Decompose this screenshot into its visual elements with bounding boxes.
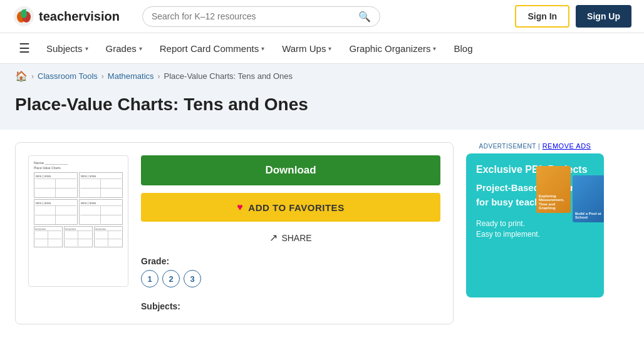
ad-books: Exploring Measurement, Time and Graphing… <box>536 166 604 222</box>
search-bar: 🔍 <box>142 6 380 27</box>
breadcrumb-separator: › <box>101 72 104 81</box>
header-actions: Sign In Sign Up <box>515 5 631 28</box>
chevron-down-icon: ▾ <box>261 45 264 52</box>
ad-book-2: Build a Pool at School <box>573 175 604 222</box>
share-button[interactable]: ↗ SHARE <box>141 229 440 246</box>
breadcrumb: 🏠 › Classroom Tools › Mathematics › Plac… <box>0 64 644 88</box>
breadcrumb-mathematics-link[interactable]: Mathematics <box>108 71 154 81</box>
chevron-down-icon: ▾ <box>433 45 436 52</box>
logo-text: teachervision <box>39 9 120 24</box>
chevron-down-icon: ▾ <box>139 45 142 52</box>
grade-label: Grade: <box>141 256 440 266</box>
grade-badge-2[interactable]: 2 <box>162 270 180 287</box>
breadcrumb-home-link[interactable]: 🏠 <box>15 70 28 82</box>
ad-book-1: Exploring Measurement, Time and Graphing <box>536 166 571 213</box>
search-input[interactable] <box>152 11 358 21</box>
page-title-area: Place-Value Charts: Tens and Ones <box>0 88 644 130</box>
resource-actions: Download ♥ ADD TO FAVORITES ↗ SHARE Grad… <box>141 155 440 311</box>
chevron-down-icon: ▾ <box>328 45 331 52</box>
heart-icon: ♥ <box>237 202 243 213</box>
subjects-label: Subjects: <box>141 301 440 311</box>
download-button[interactable]: Download <box>141 155 440 185</box>
remove-ads-link[interactable]: REMOVE ADS <box>543 142 591 150</box>
nav-item-blog[interactable]: Blog <box>446 34 480 63</box>
search-button[interactable]: 🔍 <box>358 11 371 23</box>
main-content: Name ___________ Place-Value Charts tens… <box>0 130 644 337</box>
signin-button[interactable]: Sign In <box>515 5 569 28</box>
nav-item-grades[interactable]: Grades ▾ <box>98 34 150 63</box>
advertisement-label: ADVERTISEMENT | REMOVE ADS <box>466 142 604 150</box>
header: teachervision 🔍 Sign In Sign Up <box>0 0 644 33</box>
add-to-favorites-button[interactable]: ♥ ADD TO FAVORITES <box>141 193 440 222</box>
grade-badge-3[interactable]: 3 <box>184 270 201 287</box>
hamburger-menu-button[interactable]: ☰ <box>13 33 36 63</box>
ad-desc-line2: Easy to implement. <box>476 229 594 240</box>
breadcrumb-separator: › <box>158 72 160 81</box>
signup-button[interactable]: Sign Up <box>576 5 631 28</box>
breadcrumb-current-page: Place-Value Charts: Tens and Ones <box>164 71 293 81</box>
nav-item-warm-ups[interactable]: Warm Ups ▾ <box>274 34 339 63</box>
chevron-down-icon: ▾ <box>85 45 88 52</box>
share-icon: ↗ <box>269 232 278 244</box>
resource-card: Name ___________ Place-Value Charts tens… <box>15 142 454 324</box>
ad-card: Exclusive PBL Projects Project-Based Lea… <box>466 153 604 297</box>
ad-sidebar: ADVERTISEMENT | REMOVE ADS Exclusive PBL… <box>466 142 604 324</box>
grade-badge-1[interactable]: 1 <box>141 270 158 287</box>
logo-link[interactable]: teachervision <box>13 5 120 28</box>
apple-logo-icon <box>13 5 35 28</box>
nav-item-graphic-organizers[interactable]: Graphic Organizers ▾ <box>341 34 444 63</box>
grade-badges: 1 2 3 <box>141 270 440 287</box>
nav-item-report-card-comments[interactable]: Report Card Comments ▾ <box>152 34 272 63</box>
resource-preview-thumbnail: Name ___________ Place-Value Charts tens… <box>28 155 128 287</box>
grade-section: Grade: 1 2 3 <box>141 256 440 287</box>
nav-item-subjects[interactable]: Subjects ▾ <box>39 34 96 63</box>
breadcrumb-classroom-tools-link[interactable]: Classroom Tools <box>38 71 98 81</box>
page-title: Place-Value Charts: Tens and Ones <box>15 95 629 115</box>
main-nav: ☰ Subjects ▾ Grades ▾ Report Card Commen… <box>0 33 644 64</box>
breadcrumb-separator: › <box>31 72 34 81</box>
